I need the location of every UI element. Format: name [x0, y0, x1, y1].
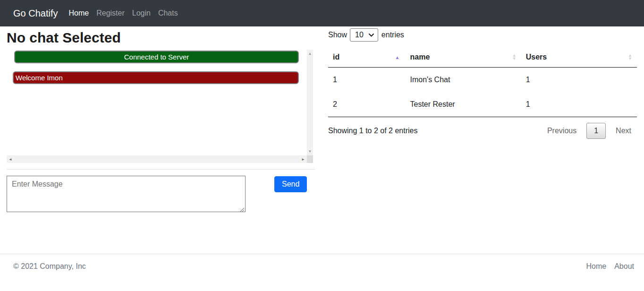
scroll-right-icon[interactable]: ►: [301, 157, 305, 162]
brand-link[interactable]: Go Chatify: [13, 8, 58, 19]
chats-table: id ▲ name ▲ ▼ Users ▲ ▼: [328, 47, 637, 117]
horizontal-scrollbar[interactable]: ◄ ►: [7, 155, 307, 163]
vertical-scrollbar[interactable]: ▲ ▼: [307, 50, 313, 155]
column-header-id[interactable]: id ▲: [328, 47, 406, 68]
cell-users: 1: [521, 68, 637, 93]
page-size-select[interactable]: 10: [350, 28, 378, 42]
cell-users: 1: [521, 92, 637, 117]
next-page-button[interactable]: Next: [610, 124, 637, 138]
table-length-controls: Show 10 entries: [328, 28, 637, 42]
scrollbar-corner: [307, 155, 313, 163]
message-input[interactable]: [7, 176, 246, 212]
page-footer: © 2021 Company, Inc Home About: [0, 254, 644, 271]
nav-item-login[interactable]: Login: [128, 5, 154, 21]
main-content: No chat Selected Connected to Server Wel…: [0, 26, 644, 214]
nav-item-chats[interactable]: Chats: [154, 5, 182, 21]
nav-item-register[interactable]: Register: [93, 5, 128, 21]
column-header-name[interactable]: name ▲ ▼: [406, 47, 521, 68]
message-input-wrap: [7, 176, 246, 214]
chats-table-panel: Show 10 entries id ▲ name: [322, 26, 644, 139]
sort-both-icon: ▲ ▼: [512, 54, 517, 60]
show-label: Show: [328, 31, 347, 39]
nav-menu: Home Register Login Chats: [65, 5, 181, 21]
footer-link-home[interactable]: Home: [586, 262, 607, 271]
cell-id: 1: [328, 68, 406, 93]
footer-links: Home About: [586, 262, 635, 271]
chevron-down-icon: [369, 34, 374, 37]
status-message: Connected to Server: [14, 51, 299, 63]
chat-message-list: Connected to Server Welcome Imon: [7, 50, 307, 155]
table-header-row: id ▲ name ▲ ▼ Users ▲ ▼: [328, 47, 637, 68]
nav-item-home[interactable]: Home: [65, 5, 93, 21]
welcome-message: Welcome Imon: [13, 71, 299, 84]
chat-heading: No chat Selected: [7, 29, 315, 46]
cell-id: 2: [328, 92, 406, 117]
sort-both-icon: ▲ ▼: [628, 54, 632, 60]
scroll-up-icon[interactable]: ▲: [308, 51, 312, 56]
divider: [7, 169, 315, 170]
table-info: Showing 1 to 2 of 2 entries: [328, 127, 417, 135]
previous-page-button[interactable]: Previous: [542, 124, 582, 138]
scroll-left-icon[interactable]: ◄: [8, 157, 12, 162]
copyright-text: © 2021 Company, Inc: [13, 262, 86, 271]
resize-handle-icon[interactable]: [240, 207, 245, 212]
entries-label: entries: [381, 31, 404, 39]
cell-name: Imon's Chat: [406, 68, 521, 93]
page-size-value: 10: [355, 31, 364, 39]
column-header-users[interactable]: Users ▲ ▼: [521, 47, 637, 68]
footer-link-about[interactable]: About: [614, 262, 634, 271]
chat-panel: No chat Selected Connected to Server Wel…: [0, 26, 322, 214]
current-page-button[interactable]: 1: [586, 123, 606, 139]
message-compose-row: Send: [7, 176, 315, 214]
table-footer-row: Showing 1 to 2 of 2 entries Previous 1 N…: [328, 123, 637, 139]
sort-asc-icon: ▲: [395, 55, 400, 60]
sort-down-icon: ▼: [512, 57, 517, 60]
table-row[interactable]: 2 Tester Rester 1: [328, 92, 637, 117]
scroll-down-icon[interactable]: ▼: [308, 149, 312, 154]
send-button[interactable]: Send: [274, 176, 307, 192]
pagination: Previous 1 Next: [542, 123, 637, 139]
table-row[interactable]: 1 Imon's Chat 1: [328, 68, 637, 93]
top-navbar: Go Chatify Home Register Login Chats: [0, 0, 644, 26]
sort-down-icon: ▼: [628, 57, 632, 60]
chat-message-area: Connected to Server Welcome Imon ▲ ▼ ◄ ►: [7, 50, 313, 163]
cell-name: Tester Rester: [406, 92, 521, 117]
